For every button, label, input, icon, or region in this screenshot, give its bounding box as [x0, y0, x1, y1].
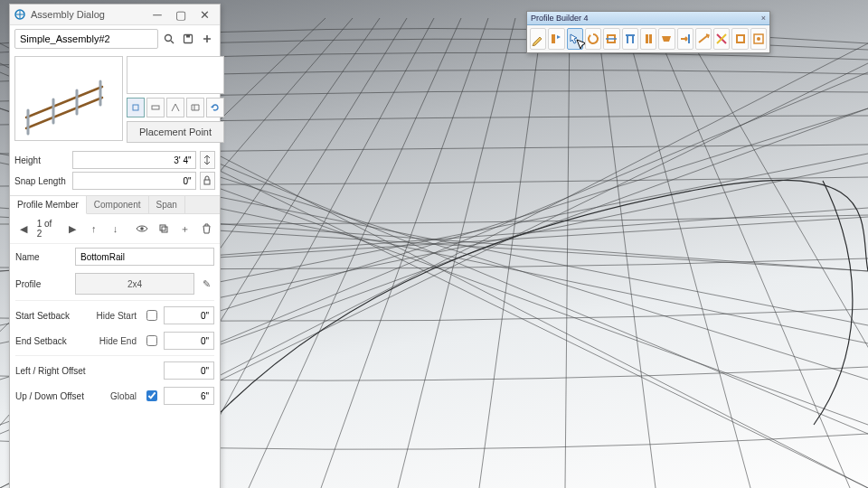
- profile-builder-toolbar[interactable]: Profile Builder 4 ×: [526, 11, 770, 53]
- align-tool-icon[interactable]: [731, 28, 748, 50]
- maximize-button[interactable]: ▢: [169, 6, 193, 23]
- snap-length-input[interactable]: [72, 172, 196, 190]
- assembly-dialog: Assembly Dialog ─ ▢ ✕: [9, 4, 221, 488]
- height-input[interactable]: [72, 151, 196, 169]
- refresh-icon[interactable]: [206, 98, 224, 117]
- search-icon[interactable]: [161, 31, 177, 47]
- assembly-name-input[interactable]: [14, 29, 158, 49]
- svg-line-2: [171, 41, 174, 43]
- tab-profile-member[interactable]: Profile Member: [10, 196, 87, 214]
- lr-offset-label: Left / Right Offset: [15, 366, 106, 376]
- start-setback-input[interactable]: [164, 306, 214, 324]
- placement-mode-1[interactable]: [127, 98, 145, 117]
- name-label: Name: [15, 252, 71, 262]
- page-indicator: 1 of 2: [37, 219, 60, 239]
- toolbar-close-icon[interactable]: ×: [761, 14, 766, 23]
- hide-end-checkbox[interactable]: [146, 335, 157, 346]
- snap-length-label: Snap Length: [14, 176, 69, 186]
- post-tool-icon[interactable]: [640, 28, 656, 50]
- height-stepper-icon[interactable]: [200, 151, 215, 169]
- ud-offset-label: Up / Down Offset: [15, 391, 106, 401]
- rotate-tool-icon[interactable]: [585, 28, 601, 50]
- svg-point-14: [140, 227, 144, 230]
- svg-rect-34: [649, 34, 652, 43]
- select-edit-icon[interactable]: [567, 28, 583, 50]
- dialog-titlebar[interactable]: Assembly Dialog ─ ▢ ✕: [10, 5, 220, 25]
- svg-rect-38: [737, 35, 744, 42]
- trim-tool-icon[interactable]: [695, 28, 712, 50]
- rail-tool-icon[interactable]: [658, 28, 675, 50]
- extend-tool-icon[interactable]: [677, 28, 693, 50]
- global-checkbox[interactable]: [146, 390, 157, 401]
- placement-point-button[interactable]: Placement Point: [127, 121, 224, 143]
- span-tool-icon[interactable]: [622, 28, 638, 50]
- placement-mode-3[interactable]: [166, 98, 184, 117]
- save-icon[interactable]: [180, 31, 196, 47]
- add-icon[interactable]: [199, 31, 215, 47]
- hide-start-checkbox[interactable]: [146, 310, 157, 321]
- page-next-icon[interactable]: ▶: [64, 221, 80, 237]
- svg-point-40: [757, 37, 760, 41]
- orient-tool-icon[interactable]: [603, 28, 619, 50]
- minimize-button[interactable]: ─: [146, 6, 169, 23]
- sort-up-icon[interactable]: ↑: [86, 221, 102, 237]
- height-label: Height: [14, 155, 69, 165]
- svg-rect-15: [160, 225, 165, 230]
- close-button[interactable]: ✕: [193, 6, 216, 23]
- tab-span[interactable]: Span: [149, 196, 185, 213]
- placement-mode-4[interactable]: [186, 98, 204, 117]
- end-setback-input[interactable]: [164, 332, 214, 350]
- profile-label: Profile: [15, 279, 71, 289]
- end-setback-label: End Setback: [15, 336, 88, 346]
- placement-mode-2[interactable]: [146, 98, 165, 117]
- visibility-icon[interactable]: [134, 221, 150, 237]
- svg-point-1: [165, 35, 172, 42]
- start-setback-label: Start Setback: [15, 311, 88, 321]
- delete-icon[interactable]: [198, 221, 214, 237]
- profile-member-icon[interactable]: [548, 28, 564, 50]
- svg-rect-27: [552, 34, 555, 43]
- toolbar-title: Profile Builder 4: [531, 14, 589, 23]
- dialog-title: Assembly Dialog: [31, 9, 146, 20]
- sort-down-icon[interactable]: ↓: [108, 221, 124, 237]
- svg-rect-13: [204, 180, 210, 184]
- svg-rect-11: [133, 105, 138, 110]
- pencil-tool-icon[interactable]: [530, 28, 546, 50]
- tab-component[interactable]: Component: [87, 196, 149, 213]
- app-icon: [14, 8, 26, 21]
- profile-select-button[interactable]: 2x4: [75, 273, 194, 295]
- lr-offset-input[interactable]: [164, 361, 214, 380]
- tab-bar: Profile Member Component Span: [10, 195, 220, 214]
- svg-rect-16: [162, 227, 167, 232]
- duplicate-icon[interactable]: [156, 221, 172, 237]
- hide-start-label: Hide Start: [91, 311, 139, 321]
- svg-rect-4: [186, 35, 190, 38]
- svg-rect-33: [646, 34, 648, 43]
- svg-rect-12: [152, 106, 159, 109]
- crossing-tool-icon[interactable]: [713, 28, 730, 50]
- ud-offset-input[interactable]: [164, 387, 214, 405]
- global-label: Global: [109, 391, 139, 401]
- hide-end-label: Hide End: [91, 336, 139, 346]
- settings-tool-icon[interactable]: [750, 28, 767, 50]
- edit-profile-icon[interactable]: ✎: [198, 276, 214, 292]
- member-name-input[interactable]: [75, 248, 214, 266]
- page-prev-icon[interactable]: ◀: [15, 221, 32, 237]
- add-member-icon[interactable]: ＋: [177, 221, 193, 237]
- toolbar-titlebar[interactable]: Profile Builder 4 ×: [527, 12, 769, 25]
- profile-preview: [127, 56, 224, 94]
- assembly-preview: [14, 56, 123, 141]
- lock-icon[interactable]: [200, 172, 215, 190]
